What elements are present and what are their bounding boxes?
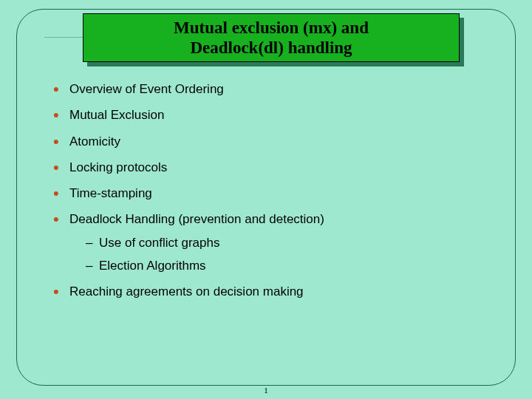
title-line-2: Deadlock(dl) handling [190,38,352,57]
page-number: 1 [0,386,532,395]
list-item-text: Time-stamping [69,186,152,200]
list-item-text: Overview of Event Ordering [69,82,224,96]
sub-list-item: Use of conflict graphs [69,235,488,250]
list-item-text: Reaching agreements on decision making [69,284,304,299]
list-item-text: Deadlock Handling (prevention and detect… [69,212,324,226]
list-item: Reaching agreements on decision making [52,284,488,299]
sub-list-item: Election Algorithms [69,258,488,273]
list-item-text: Atomicity [69,134,120,149]
list-item: Time-stamping [52,185,488,201]
list-item: Locking protocols [52,160,488,175]
slide-title: Mutual exclusion (mx) and Deadlock(dl) h… [174,18,369,58]
sub-list: Use of conflict graphs Election Algorith… [69,235,488,274]
sub-list-item-text: Use of conflict graphs [99,236,219,250]
list-item: Overview of Event Ordering [52,81,488,97]
sub-list-item-text: Election Algorithms [99,259,206,273]
list-item-text: Locking protocols [69,160,167,174]
bullet-list: Overview of Event Ordering Mutual Exclus… [52,81,488,299]
title-line-1: Mutual exclusion (mx) and [174,18,369,37]
list-item: Deadlock Handling (prevention and detect… [52,211,488,273]
list-item-text: Mutual Exclusion [69,108,165,122]
content-area: Overview of Event Ordering Mutual Exclus… [52,81,488,310]
list-item: Atomicity [52,134,488,149]
title-box: Mutual exclusion (mx) and Deadlock(dl) h… [83,13,460,62]
list-item: Mutual Exclusion [52,107,488,123]
